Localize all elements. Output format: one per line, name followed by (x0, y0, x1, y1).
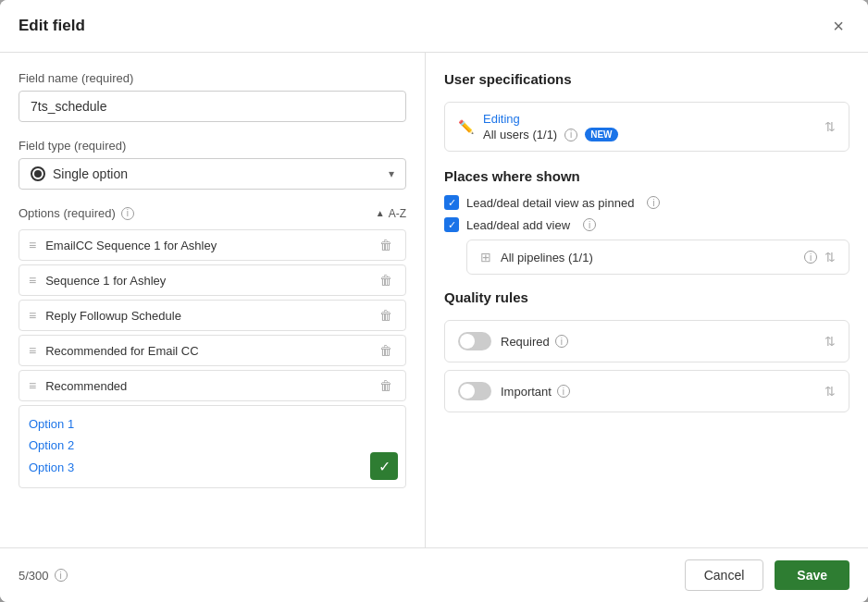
pipeline-icon: ⊞ (480, 250, 491, 264)
field-type-label: Field type (required) (19, 139, 406, 153)
user-spec-info: Editing All users (1/1) i NEW (483, 112, 825, 141)
options-header: Options (required) i ▲ A-Z (19, 206, 406, 220)
option-text-2: Sequence 1 for Ashley (45, 274, 376, 288)
required-expand-icon[interactable]: ⇅ (825, 334, 836, 349)
drag-handle-icon[interactable]: ≡ (29, 343, 36, 358)
delete-option-1-button[interactable]: 🗑 (376, 236, 396, 254)
sort-up-icon: ▲ (376, 208, 385, 218)
important-row: Important i ⇅ (444, 370, 849, 412)
important-expand-icon[interactable]: ⇅ (825, 384, 836, 399)
right-panel: User specifications ✏️ Editing All users… (426, 53, 868, 547)
lead-deal-pinned-checkbox[interactable]: ✓ (444, 195, 459, 210)
modal-body: Field name (required) Field type (requir… (0, 53, 868, 547)
options-section: Options (required) i ▲ A-Z ≡ EmailCC Seq… (19, 206, 406, 488)
option-row-1: ≡ EmailCC Sequence 1 for Ashley 🗑 (19, 229, 406, 261)
modal-header: Edit field × (0, 0, 868, 53)
cancel-button[interactable]: Cancel (685, 559, 764, 591)
user-spec-title: User specifications (444, 71, 849, 87)
all-pipelines-label: All pipelines (1/1) (501, 251, 804, 264)
close-button[interactable]: × (827, 15, 849, 37)
count-info-icon[interactable]: i (55, 569, 68, 582)
options-list: ≡ EmailCC Sequence 1 for Ashley 🗑 ≡ Sequ… (19, 229, 406, 401)
save-button[interactable]: Save (775, 560, 849, 590)
option-text-3: Reply Followup Schedule (45, 309, 376, 323)
important-info-icon[interactable]: i (557, 385, 570, 398)
option-row-5: ≡ Recommended 🗑 (19, 370, 406, 401)
editing-label: Editing (483, 112, 825, 126)
option-row-4: ≡ Recommended for Email CC 🗑 (19, 335, 406, 366)
user-spec-section: User specifications ✏️ Editing All users… (444, 71, 849, 152)
option-text-4: Recommended for Email CC (45, 344, 376, 358)
sort-label: A-Z (389, 207, 406, 220)
option-text-5: Recommended (45, 379, 376, 393)
users-info-icon[interactable]: i (564, 129, 577, 141)
sort-button[interactable]: ▲ A-Z (376, 207, 406, 220)
drag-handle-icon[interactable]: ≡ (29, 238, 36, 252)
user-spec-row[interactable]: ✏️ Editing All users (1/1) i NEW ⇅ (444, 102, 849, 152)
chevron-down-icon: ▾ (389, 167, 394, 180)
all-users-label: All users (1/1) (483, 128, 557, 141)
places-title: Places where shown (444, 168, 849, 184)
option-count: 5/300 (19, 569, 49, 583)
option-row-3: ≡ Reply Followup Schedule 🗑 (19, 300, 406, 331)
lead-deal-pinned-row: ✓ Lead/deal detail view as pinned i (444, 195, 849, 210)
count-info: 5/300 i (19, 569, 68, 583)
delete-option-2-button[interactable]: 🗑 (376, 271, 396, 289)
field-type-section: Field type (required) Single option ▾ (19, 139, 406, 190)
placeholder-option-3[interactable]: Option 3 (29, 457, 396, 478)
important-toggle[interactable] (458, 382, 491, 400)
pipeline-expand-icon[interactable]: ⇅ (825, 250, 836, 264)
lead-deal-add-row: ✓ Lead/deal add view i (444, 217, 849, 232)
field-name-label: Field name (required) (19, 71, 406, 85)
options-info-icon[interactable]: i (121, 207, 134, 220)
field-type-select[interactable]: Single option ▾ (19, 158, 406, 190)
options-label-row: Options (required) i (19, 206, 134, 220)
all-users-row: All users (1/1) i NEW (483, 128, 825, 141)
drag-handle-icon[interactable]: ≡ (29, 308, 36, 323)
delete-option-4-button[interactable]: 🗑 (376, 341, 396, 360)
radio-icon (31, 166, 45, 181)
pipeline-info-icon[interactable]: i (804, 251, 817, 264)
edit-field-modal: Edit field × Field name (required) Field… (0, 0, 868, 602)
required-info-icon[interactable]: i (555, 335, 568, 348)
lead-deal-add-label: Lead/deal add view (466, 218, 570, 232)
required-toggle[interactable] (458, 332, 491, 350)
add-options-box[interactable]: Option 1 Option 2 Option 3 ✓ (19, 405, 406, 488)
places-section: Places where shown ✓ Lead/deal detail vi… (444, 168, 849, 275)
pipeline-row[interactable]: ⊞ All pipelines (1/1) i ⇅ (466, 240, 849, 275)
edit-icon: ✏️ (458, 119, 474, 134)
confirm-add-options-button[interactable]: ✓ (370, 452, 398, 480)
drag-handle-icon[interactable]: ≡ (29, 273, 36, 288)
delete-option-3-button[interactable]: 🗑 (376, 306, 396, 325)
drag-handle-icon[interactable]: ≡ (29, 378, 36, 393)
add-view-info-icon[interactable]: i (583, 218, 596, 231)
field-type-value: Single option (53, 166, 389, 181)
options-label: Options (required) (19, 206, 116, 220)
required-label: Required i (501, 335, 825, 349)
required-row: Required i ⇅ (444, 320, 849, 362)
field-name-input[interactable] (19, 91, 406, 122)
placeholder-option-2[interactable]: Option 2 (29, 435, 396, 456)
option-row-2: ≡ Sequence 1 for Ashley 🗑 (19, 264, 406, 296)
field-name-section: Field name (required) (19, 71, 406, 122)
option-text-1: EmailCC Sequence 1 for Ashley (45, 239, 376, 252)
expand-icon[interactable]: ⇅ (825, 119, 836, 134)
pinned-info-icon[interactable]: i (647, 196, 660, 209)
modal-footer: 5/300 i Cancel Save (0, 547, 868, 602)
quality-section: Quality rules Required i ⇅ Important (444, 289, 849, 412)
new-badge: NEW (585, 128, 617, 141)
modal-title: Edit field (19, 17, 85, 35)
important-label: Important i (501, 385, 825, 399)
lead-deal-add-checkbox[interactable]: ✓ (444, 217, 459, 232)
left-panel: Field name (required) Field type (requir… (0, 53, 426, 547)
delete-option-5-button[interactable]: 🗑 (376, 376, 396, 395)
quality-title: Quality rules (444, 289, 849, 305)
lead-deal-pinned-label: Lead/deal detail view as pinned (466, 196, 634, 210)
placeholder-option-1[interactable]: Option 1 (29, 413, 396, 435)
